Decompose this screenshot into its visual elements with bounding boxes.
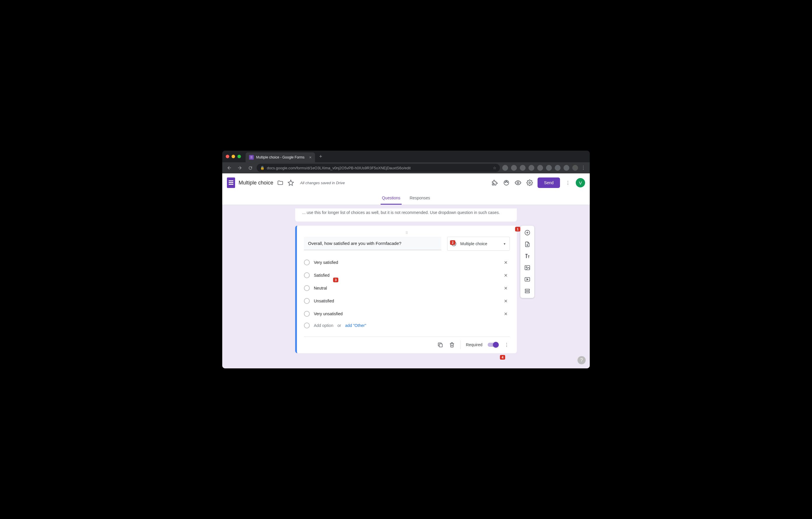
form-tabs: Questions Responses bbox=[222, 192, 590, 205]
svg-point-4 bbox=[517, 182, 519, 184]
drag-handle-icon[interactable]: ⠿ bbox=[304, 231, 510, 235]
extension-icon[interactable] bbox=[563, 165, 569, 171]
extension-icon[interactable] bbox=[546, 165, 552, 171]
annotation-badge-2: 2 bbox=[450, 240, 455, 245]
addressbar: 🔒 docs.google.com/forms/d/1eO3LXima_v0nj… bbox=[222, 162, 590, 173]
remove-option-button[interactable]: × bbox=[502, 259, 510, 266]
question-title-input[interactable] bbox=[304, 237, 441, 250]
close-tab-button[interactable]: × bbox=[309, 155, 312, 160]
option-row: × bbox=[304, 295, 510, 307]
browser-menu-button[interactable]: ⋮ bbox=[581, 165, 587, 171]
extension-icon[interactable] bbox=[528, 165, 534, 171]
reload-button[interactable] bbox=[246, 164, 254, 172]
question-card[interactable]: ⠿ 2 Multiple choice ▼ bbox=[295, 226, 517, 353]
document-title[interactable]: Multiple choice bbox=[239, 180, 273, 186]
side-toolbar: 1 bbox=[520, 226, 534, 298]
forward-button[interactable] bbox=[236, 164, 244, 172]
extension-icons: ⋮ bbox=[502, 165, 587, 171]
add-question-button[interactable] bbox=[522, 227, 532, 238]
lock-icon: 🔒 bbox=[260, 166, 265, 170]
remove-option-button[interactable]: × bbox=[502, 285, 510, 292]
minimize-window-button[interactable] bbox=[232, 155, 235, 158]
tab-questions[interactable]: Questions bbox=[381, 192, 401, 204]
option-input[interactable] bbox=[314, 258, 498, 267]
annotation-badge-3: 3 bbox=[333, 278, 338, 282]
more-menu-button[interactable]: ⋮ bbox=[564, 179, 572, 187]
url-field[interactable]: 🔒 docs.google.com/forms/d/1eO3LXima_v0nj… bbox=[257, 164, 500, 172]
radio-icon bbox=[304, 298, 310, 304]
separator bbox=[460, 340, 461, 349]
radio-icon bbox=[304, 272, 310, 278]
svg-point-5 bbox=[529, 182, 531, 184]
tab-responses[interactable]: Responses bbox=[409, 192, 431, 204]
import-questions-button[interactable] bbox=[522, 239, 532, 250]
send-button[interactable]: Send bbox=[538, 177, 560, 188]
maximize-window-button[interactable] bbox=[237, 155, 241, 158]
svg-point-2 bbox=[506, 181, 507, 182]
bookmark-star-icon[interactable]: ☆ bbox=[493, 166, 496, 170]
radio-icon bbox=[304, 311, 310, 317]
description-text: ... use this for longer list of choices … bbox=[302, 210, 500, 215]
annotation-badge-1: 1 bbox=[515, 227, 520, 231]
add-other-button[interactable]: add "Other" bbox=[345, 323, 366, 328]
browser-tab[interactable]: Multiple choice - Google Forms × bbox=[245, 153, 315, 162]
move-to-folder-button[interactable] bbox=[277, 179, 284, 186]
add-image-button[interactable] bbox=[522, 263, 532, 273]
save-status: All changes saved in Drive bbox=[300, 181, 345, 185]
remove-option-button[interactable]: × bbox=[502, 310, 510, 317]
question-footer: Required ⋮ 4 bbox=[304, 336, 510, 349]
remove-option-button[interactable]: × bbox=[502, 298, 510, 304]
close-window-button[interactable] bbox=[226, 155, 229, 158]
required-toggle[interactable] bbox=[488, 343, 498, 347]
back-button[interactable] bbox=[225, 164, 233, 172]
svg-rect-13 bbox=[525, 289, 530, 291]
chevron-down-icon: ▼ bbox=[503, 242, 506, 245]
forms-favicon-icon bbox=[249, 155, 254, 160]
required-label: Required bbox=[466, 343, 483, 347]
svg-rect-14 bbox=[525, 292, 530, 293]
new-tab-button[interactable]: + bbox=[319, 154, 322, 160]
extension-icon[interactable] bbox=[511, 165, 517, 171]
add-title-button[interactable] bbox=[522, 251, 532, 261]
browser-window: Multiple choice - Google Forms × + 🔒 doc… bbox=[222, 151, 590, 368]
account-avatar[interactable]: V bbox=[576, 178, 585, 187]
svg-point-11 bbox=[526, 267, 527, 268]
add-video-button[interactable] bbox=[522, 274, 532, 284]
extension-icon[interactable] bbox=[502, 165, 508, 171]
option-input[interactable] bbox=[314, 310, 498, 318]
svg-point-3 bbox=[507, 182, 508, 183]
svg-point-1 bbox=[505, 182, 506, 183]
option-input[interactable] bbox=[314, 284, 498, 292]
help-button[interactable]: ? bbox=[578, 356, 586, 364]
star-button[interactable] bbox=[287, 179, 294, 186]
radio-icon bbox=[304, 285, 310, 291]
extension-icon[interactable] bbox=[555, 165, 560, 171]
profile-avatar-icon[interactable] bbox=[572, 165, 578, 171]
extension-icon[interactable] bbox=[537, 165, 543, 171]
or-text: or bbox=[338, 323, 341, 328]
extension-icon[interactable] bbox=[520, 165, 526, 171]
duplicate-button[interactable] bbox=[437, 342, 443, 348]
add-section-button[interactable] bbox=[522, 286, 532, 296]
add-option-row: Add option or add "Other" bbox=[304, 320, 510, 332]
option-input[interactable] bbox=[314, 297, 498, 305]
svg-rect-8 bbox=[439, 344, 442, 347]
option-input[interactable] bbox=[314, 271, 498, 279]
titlebar: Multiple choice - Google Forms × + bbox=[222, 151, 590, 162]
question-type-dropdown[interactable]: Multiple choice ▼ bbox=[447, 237, 510, 251]
remove-option-button[interactable]: × bbox=[502, 272, 510, 279]
google-forms-icon[interactable] bbox=[227, 177, 235, 188]
settings-button[interactable] bbox=[526, 179, 533, 187]
app-header: Multiple choice All changes saved in Dri… bbox=[222, 173, 590, 192]
preview-button[interactable] bbox=[514, 179, 522, 187]
option-row: 3 × bbox=[304, 282, 510, 295]
add-option-button[interactable]: Add option bbox=[314, 323, 334, 328]
description-card: ... use this for longer list of choices … bbox=[295, 209, 517, 222]
question-type-label: Multiple choice bbox=[460, 241, 487, 246]
question-more-button[interactable]: ⋮ bbox=[503, 342, 510, 348]
addons-button[interactable] bbox=[491, 179, 498, 187]
delete-button[interactable] bbox=[448, 342, 455, 348]
annotation-badge-4: 4 bbox=[500, 355, 505, 360]
customize-theme-button[interactable] bbox=[502, 179, 510, 187]
form-canvas: ... use this for longer list of choices … bbox=[222, 205, 590, 368]
